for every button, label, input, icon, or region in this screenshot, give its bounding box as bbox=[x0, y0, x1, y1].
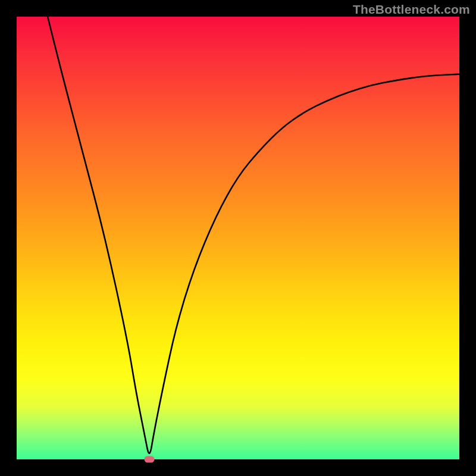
bottleneck-curve bbox=[48, 17, 459, 453]
plot-area bbox=[17, 17, 459, 459]
chart-frame: TheBottleneck.com bbox=[0, 0, 476, 476]
curve-svg bbox=[17, 17, 459, 459]
minimum-marker bbox=[145, 456, 155, 463]
watermark-text: TheBottleneck.com bbox=[353, 2, 470, 17]
